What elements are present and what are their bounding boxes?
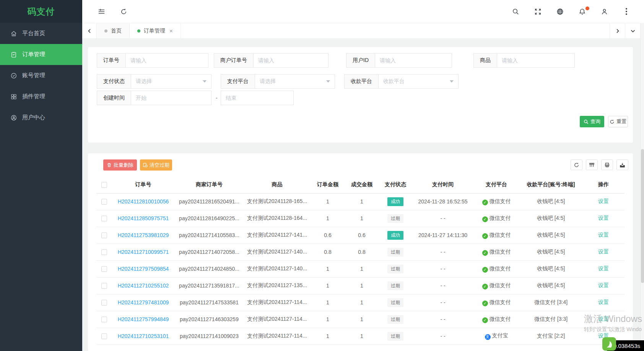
- pay-status-select[interactable]: 请选择: [131, 74, 211, 89]
- platform-name: 微信支付: [490, 316, 511, 322]
- row-settings-link[interactable]: 设置: [598, 198, 609, 204]
- row-settings-link[interactable]: 设置: [598, 215, 609, 221]
- platform-icon: ✓: [482, 233, 488, 239]
- table-row: H2024112797481009 pay20241127147533581 支…: [96, 294, 624, 311]
- filter-label: 订单号: [97, 53, 126, 68]
- sidebar-item-plugins[interactable]: 插件管理: [0, 86, 82, 107]
- row-settings-link[interactable]: 设置: [598, 265, 609, 271]
- order-no-link[interactable]: H2024112810010056: [118, 198, 169, 205]
- platform-icon: ✓: [482, 216, 488, 222]
- table-row: H2024112810010056 pay2024112816520491...…: [96, 193, 624, 210]
- paid-amount: 1: [345, 210, 379, 227]
- refresh-icon: [610, 119, 615, 124]
- order-no-link[interactable]: H2024112753981029: [118, 232, 169, 238]
- sidebar-item-label: 平台首页: [22, 30, 45, 37]
- row-checkbox[interactable]: [101, 232, 107, 238]
- caret-down-icon: [203, 80, 207, 83]
- order-amount: 1: [311, 260, 345, 277]
- filter-create-time: 创建时间: [97, 91, 211, 105]
- fullscreen-icon[interactable]: [534, 8, 542, 15]
- tabs-menu-button[interactable]: [625, 23, 640, 38]
- tabs-prev-button[interactable]: [82, 23, 97, 38]
- refresh-page-icon[interactable]: [120, 8, 127, 15]
- order-no-link[interactable]: H2024112797481009: [118, 299, 169, 306]
- row-settings-link[interactable]: 设置: [598, 299, 609, 305]
- order-amount: 1: [311, 294, 345, 311]
- vertical-scrollbar[interactable]: [640, 23, 644, 351]
- green-logo-icon: [602, 337, 616, 351]
- tabs-next-button[interactable]: [610, 23, 625, 38]
- row-checkbox[interactable]: [101, 283, 107, 289]
- platform-icon: ✓: [482, 200, 488, 205]
- row-checkbox[interactable]: [101, 317, 107, 322]
- user-id-input[interactable]: [375, 54, 452, 67]
- order-no-input[interactable]: [126, 54, 208, 67]
- sidebar-item-orders[interactable]: 订单管理: [0, 44, 82, 65]
- row-checkbox[interactable]: [101, 266, 107, 272]
- order-amount: 1: [311, 311, 345, 328]
- order-no-link[interactable]: H2024112710255102: [118, 283, 169, 289]
- batch-delete-button[interactable]: 批量删除: [103, 159, 137, 171]
- table-row: H2024112797509854 pay2024112714024850...…: [96, 260, 624, 277]
- sidebar-toggle-icon[interactable]: [98, 8, 105, 15]
- platform-name: 微信支付: [490, 232, 511, 238]
- printer-icon: [604, 162, 610, 168]
- tab-order-management[interactable]: 订单管理 ×: [130, 23, 181, 38]
- column-filter-button[interactable]: [586, 159, 598, 170]
- pay-platform-select[interactable]: 请选择: [255, 74, 335, 89]
- scrollbar-thumb[interactable]: [641, 149, 644, 283]
- filter-label: 收款平台: [344, 74, 379, 89]
- select-all-checkbox[interactable]: [101, 182, 107, 188]
- language-globe-icon[interactable]: [556, 8, 564, 15]
- status-badge: 过期: [387, 248, 403, 257]
- sidebar-item-home[interactable]: 平台首页: [0, 23, 82, 44]
- row-settings-link[interactable]: 设置: [598, 282, 609, 288]
- query-button[interactable]: 查询: [580, 116, 604, 127]
- start-date-input[interactable]: [131, 91, 211, 105]
- export-button[interactable]: [616, 159, 628, 170]
- sidebar-item-usercenter[interactable]: 用户中心: [0, 107, 82, 128]
- user-icon: [10, 114, 17, 121]
- filter-pay-status: 支付状态 请选择: [97, 74, 211, 89]
- row-settings-link[interactable]: 设置: [598, 316, 609, 322]
- row-checkbox[interactable]: [101, 300, 107, 306]
- user-profile-icon[interactable]: [600, 8, 608, 15]
- tab-close-icon[interactable]: ×: [169, 28, 173, 34]
- print-button[interactable]: [601, 159, 613, 170]
- status-badge: 过期: [387, 332, 403, 341]
- pay-time: - -: [412, 311, 473, 328]
- more-menu-kebab-icon[interactable]: [623, 8, 630, 15]
- order-no-link[interactable]: H2024112797509854: [118, 266, 169, 272]
- status-badge: 成功: [387, 231, 403, 240]
- order-no-link[interactable]: H2024112710099571: [118, 249, 169, 255]
- row-checkbox[interactable]: [101, 249, 107, 255]
- row-settings-link[interactable]: 设置: [598, 249, 609, 255]
- row-checkbox[interactable]: [101, 333, 107, 339]
- pay-time: - -: [412, 260, 473, 277]
- end-date-input[interactable]: [221, 91, 293, 105]
- row-settings-link[interactable]: 设置: [598, 232, 609, 238]
- search-icon[interactable]: [512, 8, 519, 15]
- row-checkbox[interactable]: [101, 216, 107, 221]
- order-no-link[interactable]: H2024112757994849: [118, 316, 169, 322]
- merchant-order-no-input[interactable]: [254, 54, 328, 67]
- notifications-bell-icon[interactable]: [578, 8, 586, 15]
- tab-dot: [137, 29, 140, 32]
- platform-name: 微信支付: [490, 282, 511, 288]
- reset-button[interactable]: 重置: [608, 116, 628, 127]
- receive-platform-select[interactable]: 收款平台: [379, 74, 459, 89]
- product-input[interactable]: [497, 54, 574, 67]
- row-checkbox[interactable]: [101, 199, 107, 205]
- receiver-platform: 收钱吧 [4:5]: [519, 210, 582, 227]
- paid-amount: 0.8: [345, 244, 379, 260]
- clear-expired-button[interactable]: 清空过期: [140, 159, 172, 171]
- paid-amount: 1: [345, 277, 379, 294]
- order-no-link[interactable]: H2024112710253101: [118, 333, 169, 339]
- sidebar-item-accounts[interactable]: 账号管理: [0, 65, 82, 86]
- order-amount: 1: [311, 328, 345, 344]
- table-refresh-button[interactable]: [571, 159, 582, 170]
- merchant-order-no: pay2024112714072058...: [175, 244, 244, 260]
- pay-time: - -: [412, 210, 473, 227]
- order-no-link[interactable]: H2024112850975751: [118, 215, 169, 221]
- tab-home[interactable]: 首页: [97, 23, 130, 38]
